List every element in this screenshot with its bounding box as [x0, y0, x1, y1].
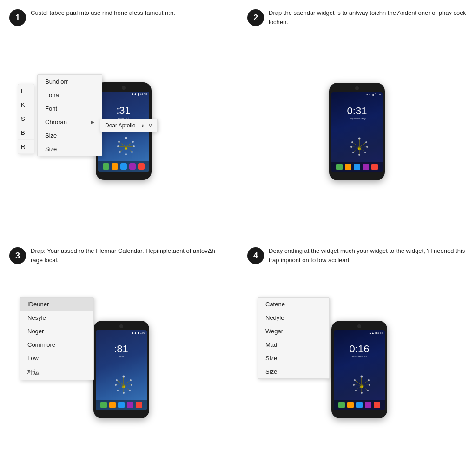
svg-line-5	[126, 146, 134, 147]
dropdown-3-item-low[interactable]: Low	[20, 351, 93, 365]
dock-icon-5	[138, 163, 145, 170]
svg-point-11	[132, 141, 134, 143]
dock-icon-1	[103, 163, 109, 170]
dropdown-4-item-nedyle[interactable]: Nedyle	[258, 311, 329, 324]
phone-4-screen: ▲▲ ▮ 3 t:o 0:16 Yapoatoo-no	[334, 330, 385, 410]
partial-item-f: F	[18, 84, 34, 98]
svg-point-45	[130, 379, 132, 381]
dock-icon-2-1	[336, 164, 343, 170]
phone-1-status-bar: ▲▲ ▮ 11 Ad	[100, 93, 147, 96]
dock-icon-3-4	[127, 402, 133, 408]
svg-point-13	[133, 145, 135, 147]
phone-4-time-label: 3 t:o	[377, 331, 383, 334]
step-1-cell: 1 Custel tabee pual into use rind hone a…	[0, 0, 238, 238]
svg-line-20	[359, 142, 366, 147]
svg-line-21	[351, 147, 359, 147]
phone-4-date: Yapoatoo-no	[351, 355, 367, 358]
dropdown-3-item-cjk[interactable]: 杆运	[20, 365, 93, 380]
phone-4-camera	[357, 324, 361, 328]
dropdown-4-item-wegar[interactable]: Wegar	[258, 324, 329, 338]
step-2-badge: 2	[247, 9, 264, 26]
step-1-phone-area: F K S B R Bundlorr Fona Font Chroran ▶ S…	[9, 33, 228, 229]
dock-icon-3-1	[100, 402, 107, 408]
step-2-phone: ▲▲ ▮ 8 n:u 0:31 Hapoatee Inly	[329, 83, 385, 180]
step-3-phone-area: IDeuner Nesyle Noger Comimore Low 杆运 ▲▲ …	[9, 271, 228, 468]
dropdown-item-fona[interactable]: Fona	[38, 88, 102, 102]
dropdown-item-bundlorr[interactable]: Bundlorr	[38, 75, 102, 88]
dropdown-3-item-comimore[interactable]: Comimore	[20, 338, 93, 351]
step-3-instruction: 3 Drap: Your assed ro the Flennar Calend…	[9, 246, 228, 265]
step-1-dropdown[interactable]: Bundlorr Fona Font Chroran ▶ Size Size	[37, 74, 102, 156]
phone-3-signal-icon: ▲▲	[132, 331, 137, 334]
partial-item-k: K	[18, 98, 34, 112]
svg-line-22	[359, 147, 367, 147]
svg-point-61	[354, 379, 356, 381]
svg-point-46	[115, 384, 117, 386]
phone-4-clock: 0:16	[350, 343, 370, 355]
dock-icon-4-1	[338, 402, 345, 408]
dock-icon-4-4	[365, 402, 371, 408]
svg-point-65	[355, 390, 357, 391]
dropdown-3-item-ideuner[interactable]: IDeuner	[20, 298, 93, 311]
step-3-cell: 3 Drap: Your assed ro the Flennar Calend…	[0, 238, 238, 476]
dropdown-item-chroran[interactable]: Chroran ▶	[38, 115, 102, 129]
dropdown-3-item-nesyle[interactable]: Nesyle	[20, 311, 93, 324]
svg-line-24	[359, 147, 365, 152]
svg-line-19	[352, 142, 359, 147]
subdropdown-label: Dear Aptoile	[105, 122, 135, 129]
phone-1-dock	[98, 161, 149, 172]
dock-icon-3-5	[136, 402, 142, 408]
dropdown-item-size-1[interactable]: Size	[38, 129, 102, 142]
phone-2-screen: ▲▲ ▮ 8 n:u 0:31 Hapoatee Inly	[331, 92, 383, 172]
phone-4-battery-icon: ▮	[375, 331, 377, 334]
dropdown-item-font[interactable]: Font	[38, 102, 102, 115]
phone-3-status-bar: ▲▲ ▮ 160	[98, 331, 145, 334]
svg-point-64	[369, 384, 370, 386]
svg-point-62	[368, 379, 370, 381]
svg-line-40	[118, 385, 124, 390]
step-1-subdropdown[interactable]: Dear Aptoile ⇥ ∨	[100, 119, 158, 132]
step-4-dropdown[interactable]: Catene Nedyle Wegar Mad Size Size	[258, 297, 330, 379]
dropdown-4-item-catene[interactable]: Catene	[258, 298, 329, 311]
dock-icon-2-3	[354, 164, 360, 170]
svg-point-67	[361, 392, 363, 394]
svg-line-4	[118, 146, 126, 147]
svg-point-33	[358, 154, 360, 156]
phone-2-battery-icon: ▮	[372, 93, 374, 96]
subdropdown-chevron-icon: ∨	[148, 122, 152, 129]
phone-2-status-bar: ▲▲ ▮ 8 n:u	[333, 93, 381, 96]
dropdown-4-item-mad[interactable]: Mad	[258, 338, 329, 351]
phone-1-clock: :31	[116, 105, 131, 117]
dropdown-4-item-size-2[interactable]: Size	[258, 365, 329, 378]
svg-point-48	[117, 390, 119, 391]
phone-1-signal-icon: ▲▲	[131, 93, 137, 95]
step-4-text: Deay crafing at the widget much your wid…	[269, 246, 467, 265]
phone-2-date: Hapoatee Inly	[348, 117, 365, 120]
partial-item-r: R	[18, 140, 34, 154]
phone-1-time-label: 11 Ad	[140, 93, 147, 95]
dropdown-4-item-size-1[interactable]: Size	[258, 351, 329, 365]
svg-point-44	[116, 379, 118, 381]
dock-icon-2-4	[363, 164, 369, 170]
step-4-cell: 4 Deay crafing at the widget much your w…	[238, 238, 476, 476]
phone-4-signal-icon: ▲▲	[369, 331, 374, 334]
dock-icon-2-5	[371, 164, 378, 170]
step-3-badge: 3	[9, 247, 26, 264]
svg-line-54	[362, 380, 369, 385]
step-2-phone-area: ▲▲ ▮ 8 n:u 0:31 Hapoatee Inly	[247, 33, 467, 229]
step-2-instruction: 2 Drap the saendar widget is to antway t…	[247, 8, 467, 27]
phone-1-camera	[122, 86, 126, 90]
phone-2-signal-icon: ▲▲	[366, 93, 371, 96]
svg-point-26	[358, 137, 361, 139]
step-3-dropdown[interactable]: IDeuner Nesyle Noger Comimore Low 杆运	[20, 297, 94, 380]
step-4-badge: 4	[247, 247, 264, 264]
svg-line-57	[356, 385, 362, 390]
dock-icon-2-2	[345, 164, 351, 170]
step-4-phone-area: Catene Nedyle Wegar Mad Size Size ▲▲ ▮ 3…	[247, 271, 467, 468]
dropdown-3-item-noger[interactable]: Noger	[20, 324, 93, 338]
step-4-instruction: 4 Deay crafing at the widget much your w…	[247, 246, 467, 265]
svg-point-63	[353, 384, 355, 386]
svg-line-56	[362, 385, 370, 385]
svg-point-27	[351, 141, 353, 143]
dropdown-item-size-2[interactable]: Size	[38, 142, 102, 156]
